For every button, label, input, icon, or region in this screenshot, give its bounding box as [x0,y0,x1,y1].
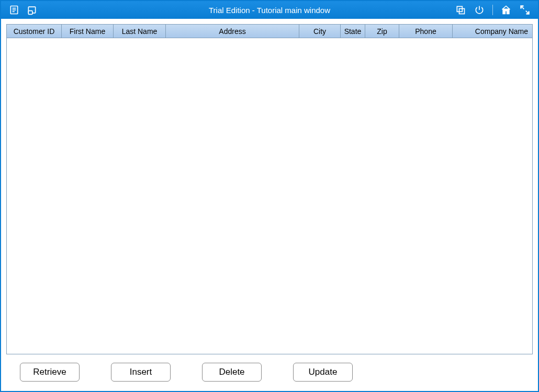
grid-header-city[interactable]: City [299,25,341,38]
insert-button[interactable]: Insert [111,363,171,382]
grid-header-phone[interactable]: Phone [399,25,453,38]
svg-rect-5 [28,11,32,15]
button-row: Retrieve Insert Delete Update [6,361,533,384]
grid-header-company-name[interactable]: Company Name [453,25,532,38]
title-bar-divider [492,5,493,15]
grid-header-zip[interactable]: Zip [365,25,399,38]
power-icon[interactable] [474,4,485,16]
grid-header-address[interactable]: Address [166,25,299,38]
data-grid[interactable]: Customer IDFirst NameLast NameAddressCit… [6,24,533,354]
grid-header-first-name[interactable]: First Name [62,25,114,38]
content-area: Customer IDFirst NameLast NameAddressCit… [1,19,538,391]
update-button[interactable]: Update [293,363,353,382]
grid-header-state[interactable]: State [341,25,365,38]
grid-header-last-name[interactable]: Last Name [114,25,166,38]
file-list-icon[interactable] [8,4,20,16]
window-toggle-icon[interactable] [26,4,38,16]
title-bar: Trial Edition - Tutorial main window [1,1,538,19]
main-window: Trial Edition - Tutorial main window [0,0,539,392]
grid-header-customer-id[interactable]: Customer ID [7,25,62,38]
delete-button[interactable]: Delete [202,363,262,382]
home-icon[interactable] [500,4,512,16]
title-bar-right [455,4,538,16]
grid-body[interactable] [7,38,532,354]
cascade-windows-icon[interactable] [455,4,466,16]
grid-header-row: Customer IDFirst NameLast NameAddressCit… [7,25,532,38]
title-bar-left [1,4,38,16]
fullscreen-icon[interactable] [519,4,531,16]
retrieve-button[interactable]: Retrieve [20,363,80,382]
